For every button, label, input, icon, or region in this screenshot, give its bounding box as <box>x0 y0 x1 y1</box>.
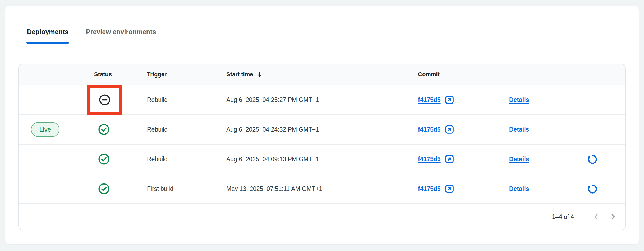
status-cell <box>85 85 147 114</box>
tab-preview-environments[interactable]: Preview environments <box>85 25 157 43</box>
details-link[interactable]: Details <box>509 126 529 133</box>
live-badge: Live <box>31 122 59 137</box>
commit-link[interactable]: f4175d5 <box>418 126 441 133</box>
external-link-icon[interactable] <box>444 184 454 194</box>
commit-link[interactable]: f4175d5 <box>418 96 441 104</box>
status-cell <box>85 145 147 174</box>
trigger-cell: Rebuild <box>147 145 226 174</box>
success-status-icon <box>85 123 110 136</box>
canceled-status-icon <box>99 94 111 106</box>
pagination-previous-button[interactable] <box>588 208 605 225</box>
details-link[interactable]: Details <box>509 185 529 192</box>
header-start-time-label: Start time <box>226 71 253 78</box>
commit-cell: f4175d5 <box>418 174 509 203</box>
status-cell <box>85 115 147 144</box>
start-time-cell: Aug 6, 2025, 04:25:27 PM GMT+1 <box>226 85 418 114</box>
live-cell: Live <box>19 115 85 144</box>
external-link-icon[interactable] <box>444 95 454 105</box>
trigger-cell: Rebuild <box>147 85 226 114</box>
sort-descending-icon <box>256 71 263 78</box>
header-start-time[interactable]: Start time <box>226 64 418 85</box>
table-header-row: Status Trigger Start time Commit <box>19 64 625 85</box>
details-link[interactable]: Details <box>509 96 529 104</box>
details-cell: Details <box>509 115 573 144</box>
success-status-icon <box>85 153 110 165</box>
retry-deployment-button[interactable] <box>587 183 598 195</box>
deployments-card: Deployments Preview environments Status … <box>5 6 639 244</box>
deployments-table: Status Trigger Start time Commit <box>18 64 626 230</box>
table-footer: 1–4 of 4 <box>19 203 625 230</box>
commit-cell: f4175d5 <box>418 85 509 114</box>
action-cell <box>573 145 625 174</box>
deployment-row: First build May 13, 2025, 07:51:11 AM GM… <box>19 174 625 203</box>
header-action-spacer <box>573 64 625 85</box>
header-live-spacer <box>19 64 85 85</box>
details-cell: Details <box>509 85 573 114</box>
start-time-cell: Aug 6, 2025, 04:24:32 PM GMT+1 <box>226 115 418 144</box>
annotation-highlight-box <box>87 85 122 115</box>
retry-deployment-button[interactable] <box>587 153 598 165</box>
details-cell: Details <box>509 145 573 174</box>
commit-link[interactable]: f4175d5 <box>418 156 441 163</box>
live-cell <box>19 85 85 114</box>
success-status-icon <box>85 183 110 195</box>
header-trigger: Trigger <box>147 64 226 85</box>
commit-link[interactable]: f4175d5 <box>418 185 441 192</box>
trigger-cell: First build <box>147 174 226 203</box>
live-cell <box>19 174 85 203</box>
details-cell: Details <box>509 174 573 203</box>
header-status: Status <box>85 64 147 85</box>
trigger-cell: Rebuild <box>147 115 226 144</box>
header-details-spacer <box>509 64 573 85</box>
pagination-range-label: 1–4 of 4 <box>552 213 574 221</box>
action-cell <box>573 115 625 144</box>
external-link-icon[interactable] <box>444 154 454 164</box>
deployment-row: Rebuild Aug 6, 2025, 04:09:13 PM GMT+1 f… <box>19 144 625 174</box>
details-link[interactable]: Details <box>509 156 529 163</box>
commit-cell: f4175d5 <box>418 145 509 174</box>
pagination-next-button[interactable] <box>605 208 622 225</box>
action-cell <box>573 174 625 203</box>
start-time-cell: May 13, 2025, 07:51:11 AM GMT+1 <box>226 174 418 203</box>
deployment-row: Rebuild Aug 6, 2025, 04:25:27 PM GMT+1 f… <box>19 85 625 114</box>
tab-bar: Deployments Preview environments <box>26 25 626 43</box>
commit-cell: f4175d5 <box>418 115 509 144</box>
action-cell <box>573 85 625 114</box>
external-link-icon[interactable] <box>444 124 454 135</box>
tab-deployments[interactable]: Deployments <box>26 25 69 43</box>
header-commit: Commit <box>418 64 509 85</box>
start-time-cell: Aug 6, 2025, 04:09:13 PM GMT+1 <box>226 145 418 174</box>
deployment-row: Live Rebuild Aug 6, 2025, 04:24:32 PM GM… <box>19 114 625 144</box>
status-cell <box>85 174 147 203</box>
live-cell <box>19 145 85 174</box>
